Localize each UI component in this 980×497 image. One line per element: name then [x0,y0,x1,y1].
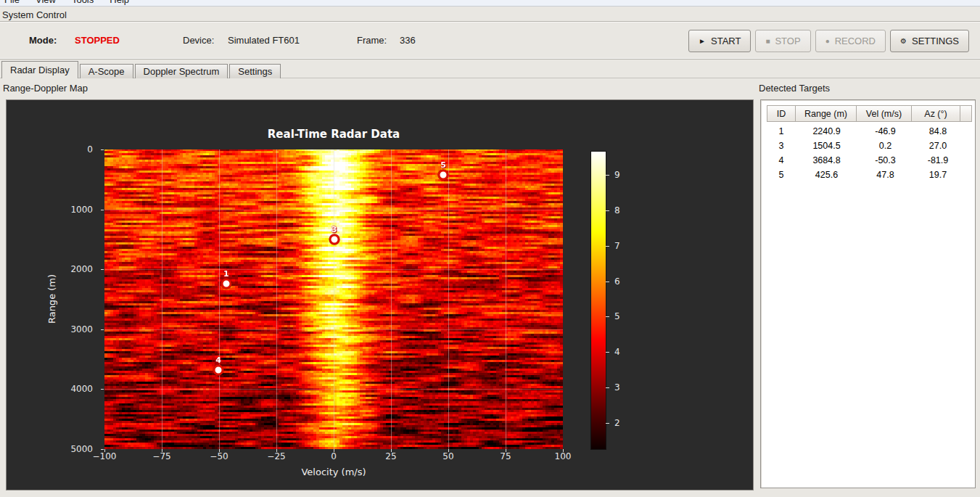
x-tick-label: 75 [484,451,527,461]
x-tick-mark [563,449,564,452]
x-tick-label: 50 [427,451,470,461]
table-cell: -81.9 [913,153,963,168]
button-label: START [711,36,741,46]
x-tick-mark [391,449,392,452]
x-tick-label: 25 [369,451,413,461]
tab-doppler-spectrum[interactable]: Doppler Spectrum [135,64,228,78]
y-tick-label: 1000 [49,205,93,215]
range-doppler-heatmap [104,149,563,449]
y-tick-mark [101,449,104,450]
x-tick-mark [104,449,105,452]
play-icon: ► [699,38,706,45]
colorbar-tick-label: 5 [614,311,620,321]
menu-item-file[interactable]: File [4,0,20,5]
y-tick-mark [101,210,104,210]
y-tick-mark [101,389,104,390]
colorbar-tick-mark [606,210,609,211]
control-buttons: ►START■STOP●RECORD⚙SETTINGS [688,30,969,52]
column-header-vel-m-s-[interactable]: Vel (m/s) [856,105,912,122]
table-cell: 5 [767,168,796,182]
colorbar-tick-label: 4 [614,347,620,357]
table-cell: 27.0 [913,139,963,153]
x-tick-label: −75 [140,451,184,461]
menu-bar: FileViewToolsHelp [0,0,980,7]
column-header-filler[interactable] [960,105,972,122]
menu-item-help[interactable]: Help [110,0,129,5]
colorbar [590,151,606,450]
colorbar-tick-label: 9 [614,170,620,180]
device-label: Device: [183,35,214,46]
button-label: RECORD [835,36,876,46]
tab-bar: Radar DisplayA-ScopeDoppler SpectrumSett… [1,62,282,78]
colorbar-tick-label: 3 [614,382,620,393]
menu-item-tools[interactable]: Tools [72,0,94,5]
settings-button[interactable]: ⚙SETTINGS [890,30,969,52]
targets-table-header: IDRange (m)Vel (m/s)Az (°) [767,105,972,122]
colorbar-tick-mark [606,387,609,388]
y-tick-label: 2000 [49,264,93,274]
y-tick-label: 3000 [49,324,93,334]
target-marker-label: 4 [215,356,221,365]
y-tick-mark [101,329,104,330]
table-cell: 1504.5 [796,139,857,153]
colorbar-tick-label: 8 [614,205,620,215]
tab-a-scope[interactable]: A-Scope [80,64,133,78]
table-cell: 84.8 [913,124,963,139]
table-cell: 1 [767,124,796,139]
table-row[interactable]: 43684.8-50.3-81.9 [767,153,963,168]
y-tick-label: 0 [49,144,93,155]
colorbar-tick-label: 6 [614,276,620,287]
colorbar-tick-mark [606,423,609,424]
x-tick-label: 0 [312,451,355,461]
x-tick-label: −25 [255,451,298,461]
y-axis-label: Range (m) [46,274,57,324]
frame-value: 336 [400,35,416,46]
detected-targets-panel: IDRange (m)Vel (m/s)Az (°) 12240.9-46.98… [760,99,976,488]
tab-radar-display[interactable]: Radar Display [1,61,78,78]
app-window: FileViewToolsHelp System Control Mode: S… [0,0,980,497]
x-tick-label: 100 [541,451,585,461]
detected-targets-label: Detected Targets [759,83,830,94]
mode-value: STOPPED [75,35,120,46]
table-cell: 425.6 [796,168,857,182]
colorbar-tick-label: 7 [614,241,620,251]
record-button[interactable]: ●RECORD [815,30,886,52]
x-tick-mark [448,449,449,452]
table-row[interactable]: 31504.50.227.0 [767,139,963,153]
table-cell: 0.2 [857,139,913,153]
table-cell: 19.7 [913,168,963,182]
x-tick-mark [334,449,334,452]
start-button[interactable]: ►START [688,30,751,52]
column-header-id[interactable]: ID [767,105,796,122]
device-value: Simulated FT601 [228,35,300,46]
colorbar-tick-mark [606,352,609,353]
table-cell: 3 [767,139,796,153]
colorbar-tick-mark [606,246,609,247]
y-tick-mark [101,149,104,150]
tab-settings[interactable]: Settings [229,64,281,78]
system-control-title: System Control [2,9,67,20]
table-row[interactable]: 12240.9-46.984.8 [767,124,963,139]
x-tick-mark [162,449,162,452]
frame-label: Frame: [357,35,387,46]
target-marker-label: 1 [223,269,229,279]
column-header-range-m-[interactable]: Range (m) [795,105,857,122]
x-tick-label: −50 [197,451,241,461]
table-cell: 2240.9 [796,124,857,139]
stop-button[interactable]: ■STOP [755,30,810,52]
target-marker-5 [438,170,449,181]
target-marker-4 [213,365,224,376]
column-header-az-[interactable]: Az (°) [911,105,960,122]
button-label: STOP [775,36,800,46]
x-axis-label: Velocity (m/s) [104,467,563,477]
table-row[interactable]: 5425.647.819.7 [767,168,963,182]
x-tick-label: −100 [83,451,126,461]
stop-icon: ■ [765,38,770,45]
range-doppler-panel: Real-Time Radar Data 0100020003000400050… [6,99,754,490]
table-cell: 4 [767,153,796,168]
chart-title: Real-Time Radar Data [104,128,563,141]
mode-label: Mode: [29,35,57,46]
colorbar-tick-label: 2 [614,418,620,428]
x-tick-mark [276,449,277,452]
menu-item-view[interactable]: View [36,0,56,5]
